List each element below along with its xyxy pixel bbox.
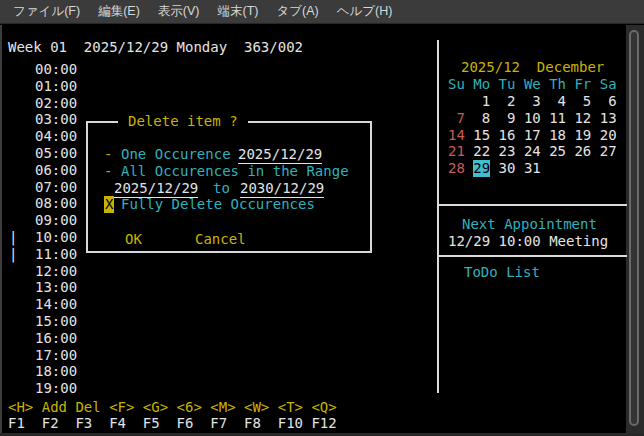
menu-item-terminal[interactable]: 端末(T)	[208, 0, 267, 23]
ok-button[interactable]: OK	[125, 231, 142, 248]
next-appointment-entry[interactable]: 12/29 10:00 Meeting	[448, 233, 608, 249]
calendar-day-26[interactable]: 26	[574, 143, 591, 160]
cancel-button[interactable]: Cancel	[195, 231, 246, 248]
calendar-day-17[interactable]: 17	[524, 127, 541, 144]
calendar-day-10[interactable]: 10	[524, 110, 541, 127]
range-to-label: to	[213, 180, 230, 197]
calendar-day-header: Fr	[574, 76, 591, 92]
time-slot-label: 06:00	[35, 162, 77, 179]
time-slot-label: 18:00	[35, 363, 77, 380]
fully-delete-checkbox[interactable]: X	[104, 196, 114, 213]
option-marker: -	[104, 146, 112, 163]
time-slot-row[interactable]: 13:00	[0, 279, 430, 296]
calendar-day-21[interactable]: 21	[448, 143, 465, 160]
time-slot-row[interactable]: 19:00	[0, 380, 430, 397]
time-slot-row[interactable]: 14:00	[0, 296, 430, 313]
calendar-day-19[interactable]: 19	[574, 127, 591, 144]
time-slot-label: 08:00	[35, 195, 77, 212]
calendar-week-row: 78910111213	[448, 110, 625, 127]
time-slot-label: 01:00	[35, 78, 77, 95]
calendar-day-22[interactable]: 22	[473, 143, 490, 160]
calendar-day-9[interactable]: 9	[499, 110, 516, 127]
option-all-occurences[interactable]: - All Occurences in the Range	[88, 163, 370, 180]
time-slot-row[interactable]: 00:00	[0, 61, 430, 78]
range-row: 2025/12/29 to 2030/12/29	[88, 180, 370, 197]
calendar-day-24[interactable]: 24	[524, 143, 541, 160]
next-appointment-title: Next Appointment	[462, 216, 597, 232]
calendar-day-13[interactable]: 13	[600, 110, 617, 127]
one-occurence-date-field[interactable]: 2025/12/29	[238, 146, 322, 164]
time-slot-label: 00:00	[35, 61, 77, 78]
calendar-day-4[interactable]: 4	[549, 93, 566, 110]
time-slot-row[interactable]: 01:00	[0, 78, 430, 95]
time-slot-label: 16:00	[35, 330, 77, 347]
appointment-marker: |	[9, 229, 17, 246]
calendar-day-6[interactable]: 6	[600, 93, 617, 110]
todo-list-title: ToDo List	[464, 264, 540, 280]
calendar-day-28[interactable]: 28	[448, 160, 465, 177]
week-header: Week 01 2025/12/29 Monday 363/002	[8, 39, 303, 55]
time-slot-row[interactable]: 02:00	[0, 95, 430, 112]
menu-item-edit[interactable]: 編集(E)	[89, 0, 149, 23]
dialog-buttons-row: OK Cancel	[88, 231, 370, 248]
time-slot-label: 15:00	[35, 313, 77, 330]
panel-divider	[437, 40, 439, 393]
time-slot-row[interactable]: 18:00	[0, 363, 430, 380]
time-slot-label: 14:00	[35, 296, 77, 313]
calendar-day-2[interactable]: 2	[499, 93, 516, 110]
calendar-day-16[interactable]: 16	[499, 127, 516, 144]
time-slot-label: 11:00	[35, 246, 77, 263]
calendar-day-20[interactable]: 20	[600, 127, 617, 144]
calendar-day-header: Th	[549, 76, 566, 92]
calendar-month-title: 2025/12 December	[461, 59, 604, 75]
calendar-week-row: 21222324252627	[448, 143, 625, 160]
calendar-day-27[interactable]: 27	[600, 143, 617, 160]
time-slot-label: 17:00	[35, 347, 77, 364]
calendar-day-14[interactable]: 14	[448, 127, 465, 144]
menu-item-help[interactable]: ヘルプ(H)	[328, 0, 402, 23]
time-slot-row[interactable]: 17:00	[0, 347, 430, 364]
menu-item-view[interactable]: 表示(V)	[149, 0, 209, 23]
calendar-day-31[interactable]: 31	[524, 160, 541, 177]
time-slot-row[interactable]: 12:00	[0, 263, 430, 280]
one-occurence-label: One Occurence	[121, 146, 231, 163]
calendar-day-12[interactable]: 12	[574, 110, 591, 127]
time-slot-row[interactable]: 16:00	[0, 330, 430, 347]
calendar-day-1[interactable]: 1	[473, 93, 490, 110]
time-slot-label: 09:00	[35, 212, 77, 229]
calendar-day-headers: SuMoTuWeThFrSa	[448, 76, 625, 92]
calendar-day-30[interactable]: 30	[499, 160, 516, 177]
calendar-week-row: 28293031	[448, 160, 625, 177]
time-slot-label: 12:00	[35, 263, 77, 280]
calendar-day-header: Su	[448, 76, 465, 92]
calendar-day-23[interactable]: 23	[499, 143, 516, 160]
calendar-week-row: 14151617181920	[448, 127, 625, 144]
calendar-day-header: Sa	[600, 76, 617, 92]
calendar-day-8[interactable]: 8	[473, 110, 490, 127]
time-slot-label: 19:00	[35, 380, 77, 397]
calendar-day-7[interactable]: 7	[448, 110, 465, 127]
calendar-day-15[interactable]: 15	[473, 127, 490, 144]
menu-item-file[interactable]: ファイル(F)	[4, 0, 89, 23]
calendar-day-18[interactable]: 18	[549, 127, 566, 144]
calendar-grid: 1234567891011121314151617181920212223242…	[448, 93, 625, 177]
time-slot-row[interactable]: 15:00	[0, 313, 430, 330]
calendar-day-3[interactable]: 3	[524, 93, 541, 110]
time-slot-label: 05:00	[35, 145, 77, 162]
calendar-day-header: Mo	[473, 76, 490, 92]
calendar-day-25[interactable]: 25	[549, 143, 566, 160]
delete-item-dialog: Delete item ? - One Occurence 2025/12/29…	[86, 121, 372, 253]
scrollbar-thumb[interactable]	[629, 30, 639, 426]
scrollbar-track[interactable]	[626, 25, 644, 433]
time-slot-label: 03:00	[35, 111, 77, 128]
calendar-day-11[interactable]: 11	[549, 110, 566, 127]
sidebar-divider	[439, 204, 627, 206]
menu-item-tabs[interactable]: タブ(A)	[267, 0, 327, 23]
option-one-occurence[interactable]: - One Occurence 2025/12/29	[88, 146, 370, 163]
fully-delete-label: Fully Delete Occurences	[121, 196, 315, 213]
menu-bar: ファイル(F)編集(E)表示(V)端末(T)タブ(A)ヘルプ(H)	[0, 0, 644, 24]
calendar-day-5[interactable]: 5	[574, 93, 591, 110]
time-slot-label: 10:00	[35, 229, 77, 246]
sidebar-divider	[439, 255, 627, 257]
calendar-day-29[interactable]: 29	[473, 160, 490, 177]
